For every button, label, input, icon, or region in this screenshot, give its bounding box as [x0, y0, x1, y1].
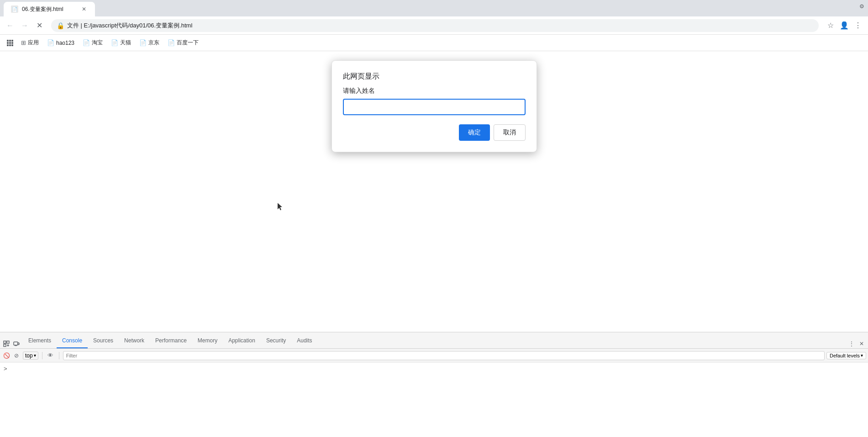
address-bar[interactable]: 🔒 文件 | E:/javascript代码/day01/06.变量案例.htm…	[51, 19, 819, 32]
svg-rect-1	[9, 40, 11, 42]
active-tab[interactable]: 📄 06.变量案例.html ✕	[4, 2, 95, 16]
bookmark-apps[interactable]: ⊞ 应用	[17, 37, 42, 48]
address-text: 文件 | E:/javascript代码/day01/06.变量案例.html	[67, 21, 192, 30]
devtools-clear-button[interactable]: 🚫	[2, 351, 11, 360]
browser-toolbar: ← → ✕ 🔒 文件 | E:/javascript代码/day01/06.变量…	[0, 16, 868, 35]
devtools-filter-input[interactable]	[63, 351, 825, 360]
svg-rect-14	[14, 342, 18, 345]
devtools-frame-dropdown-icon: ▾	[34, 353, 36, 358]
bookmark-baidu-icon: 📄	[168, 39, 175, 46]
devtools-tab-network[interactable]: Network	[119, 334, 150, 348]
bookmark-jd-label: 京东	[148, 39, 159, 47]
menu-button[interactable]: ⋮	[852, 19, 864, 32]
page-content: 此网页显示 请输入姓名 确定 取消	[0, 51, 868, 332]
dialog-buttons: 确定 取消	[343, 124, 526, 141]
devtools-no-errors-button[interactable]: ⊘	[12, 351, 21, 360]
svg-rect-10	[7, 341, 9, 343]
dialog: 此网页显示 请输入姓名 确定 取消	[331, 60, 537, 152]
bookmark-tianmao[interactable]: 📄 天猫	[107, 37, 135, 48]
devtools-prompt-icon: >	[4, 365, 7, 372]
tab-title: 06.变量案例.html	[22, 5, 77, 13]
svg-rect-11	[4, 344, 6, 346]
devtools-tab-memory[interactable]: Memory	[192, 334, 223, 348]
dialog-title: 此网页显示	[343, 72, 526, 81]
devtools-default-levels-label: Default levels	[830, 353, 860, 358]
devtools-console-toolbar: 🚫 ⊘ top ▾ 👁 Default levels ▾ ⚙	[0, 349, 868, 362]
bookmark-taobao-label: 淘宝	[92, 39, 103, 47]
svg-rect-9	[4, 341, 6, 343]
devtools-close-button[interactable]: ✕	[857, 339, 866, 348]
bookmark-taobao-icon: 📄	[83, 39, 90, 46]
bookmark-tianmao-label: 天猫	[120, 39, 131, 47]
devtools-console-content: >	[0, 362, 868, 437]
bookmark-apps-icon: ⊞	[21, 39, 26, 46]
devtools-tab-performance[interactable]: Performance	[150, 334, 192, 348]
devtools-frame-selector[interactable]: top ▾	[23, 352, 38, 360]
bookmark-apps-label: 应用	[28, 39, 39, 47]
bookmark-jd-icon: 📄	[139, 39, 147, 46]
devtools-tab-audits[interactable]: Audits	[291, 334, 317, 348]
svg-rect-0	[7, 40, 9, 42]
forward-button[interactable]: →	[18, 19, 31, 32]
svg-rect-8	[11, 44, 13, 46]
bookmark-button[interactable]: ☆	[824, 19, 837, 32]
cancel-button[interactable]: 取消	[494, 124, 526, 141]
devtools-prompt-row: >	[0, 364, 868, 373]
bookmark-taobao[interactable]: 📄 淘宝	[79, 37, 106, 48]
devtools-settings-area: ⚙	[857, 2, 866, 11]
bookmark-baidu[interactable]: 📄 百度一下	[164, 37, 202, 48]
devtools-eye-button[interactable]: 👁	[46, 351, 55, 360]
devtools-device-button[interactable]	[12, 339, 21, 348]
devtools-panel: Elements Console Sources Network Perform…	[0, 332, 868, 437]
devtools-tab-sources[interactable]: Sources	[88, 334, 119, 348]
dialog-input[interactable]	[343, 99, 526, 115]
bookmarks-bar: ⊞ 应用 📄 hao123 📄 淘宝 📄 天猫 📄 京东 📄 百度一下	[0, 35, 868, 51]
tab-favicon: 📄	[11, 5, 18, 13]
back-button[interactable]: ←	[4, 19, 16, 32]
devtools-levels-dropdown-icon: ▾	[861, 353, 863, 358]
devtools-inspect-button[interactable]	[2, 339, 11, 348]
devtools-tab-elements[interactable]: Elements	[23, 334, 57, 348]
dialog-label: 请输入姓名	[343, 87, 526, 95]
bookmark-hao123[interactable]: 📄 hao123	[43, 37, 78, 48]
bookmark-tianmao-icon: 📄	[111, 39, 118, 46]
confirm-button[interactable]: 确定	[459, 124, 490, 141]
devtools-more-button[interactable]: ⋮	[847, 339, 856, 348]
devtools-console-settings-button[interactable]: ⚙	[857, 2, 866, 11]
svg-rect-5	[11, 42, 13, 44]
devtools-frame-label: top	[25, 352, 33, 359]
svg-rect-4	[9, 42, 11, 44]
svg-rect-6	[7, 44, 9, 46]
svg-rect-15	[18, 343, 19, 345]
devtools-tab-console[interactable]: Console	[57, 334, 88, 348]
toolbar-right-actions: ☆ 👤 ⋮	[824, 19, 864, 32]
devtools-left-icons: 🚫 ⊘	[2, 351, 21, 360]
devtools-tab-application[interactable]: Application	[223, 334, 261, 348]
devtools-tab-security[interactable]: Security	[261, 334, 291, 348]
bookmark-baidu-label: 百度一下	[177, 39, 199, 47]
devtools-default-levels[interactable]: Default levels ▾	[826, 352, 866, 359]
tab-close-button[interactable]: ✕	[80, 5, 88, 13]
security-icon: 🔒	[57, 22, 64, 29]
devtools-tab-bar: Elements Console Sources Network Perform…	[0, 332, 868, 349]
devtools-separator-2	[59, 352, 59, 359]
bookmark-hao123-label: hao123	[56, 40, 74, 46]
reload-button[interactable]: ✕	[33, 19, 46, 32]
apps-button[interactable]	[4, 37, 16, 49]
svg-rect-2	[11, 40, 13, 42]
bookmark-hao123-icon: 📄	[47, 39, 54, 46]
tab-bar: 📄 06.变量案例.html ✕	[0, 0, 868, 16]
dialog-overlay: 此网页显示 请输入姓名 确定 取消	[0, 51, 868, 332]
svg-rect-7	[9, 44, 11, 46]
svg-rect-3	[7, 42, 9, 44]
browser-frame: 📄 06.变量案例.html ✕ ← → ✕ 🔒 文件 | E:/javascr…	[0, 0, 868, 437]
devtools-top-right: ⋮ ✕	[847, 339, 866, 348]
devtools-separator	[42, 352, 42, 359]
profile-button[interactable]: 👤	[838, 19, 851, 32]
bookmark-jd[interactable]: 📄 京东	[136, 37, 163, 48]
